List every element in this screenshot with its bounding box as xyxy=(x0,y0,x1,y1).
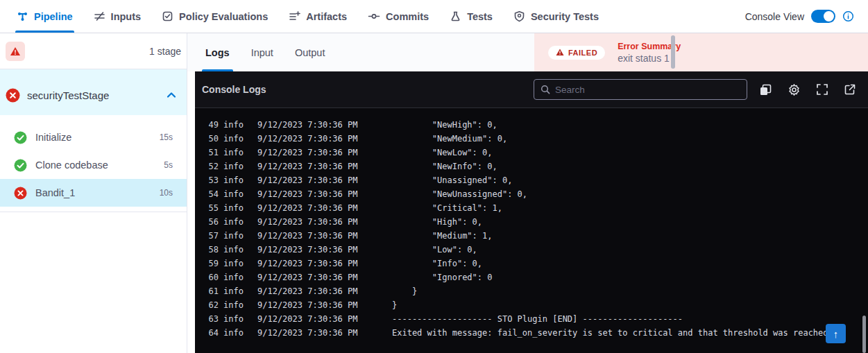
copy-icon[interactable] xyxy=(759,83,772,96)
artifacts-list-icon xyxy=(289,10,300,22)
step-duration: 15s xyxy=(160,132,173,142)
nav-tabs: Pipeline Inputs Policy Evaluations Artif… xyxy=(17,0,599,33)
log-timestamp: 9/12/2023 7:30:36 PM xyxy=(257,189,392,203)
log-line: 53 info 9/12/2023 7:30:36 PM "Unassigned… xyxy=(201,175,868,189)
tab-input[interactable]: Input xyxy=(251,33,273,71)
log-timestamp: 9/12/2023 7:30:36 PM xyxy=(257,162,392,175)
log-level: info xyxy=(223,148,244,162)
failed-status-badge: FAILED xyxy=(548,46,605,60)
log-search-box[interactable] xyxy=(534,79,747,100)
log-timestamp: 9/12/2023 7:30:36 PM xyxy=(257,245,392,259)
log-line-number: 63 xyxy=(201,314,219,328)
log-message: "NewLow": 0, xyxy=(392,148,493,162)
success-circle-icon xyxy=(14,131,27,144)
log-line: 59 info 9/12/2023 7:30:36 PM "Info": 0, xyxy=(201,259,868,273)
stage-count-label: 1 stage xyxy=(149,46,181,57)
log-timestamp: 9/12/2023 7:30:36 PM xyxy=(257,314,392,328)
step-row-initialize[interactable]: Initialize 15s xyxy=(0,123,187,151)
log-message: } xyxy=(392,286,417,300)
log-message: } xyxy=(392,300,397,314)
stage-name: securityTestStage xyxy=(27,89,109,101)
step-row-clone-codebase[interactable]: Clone codebase 5s xyxy=(0,151,187,179)
log-line: 60 info 9/12/2023 7:30:36 PM "Ignored": … xyxy=(201,273,868,286)
log-timestamp: 9/12/2023 7:30:36 PM xyxy=(257,286,392,300)
log-level: info xyxy=(223,203,244,217)
nav-tab-label: Policy Evaluations xyxy=(179,11,268,22)
console-header: Console Logs xyxy=(195,71,868,108)
step-name: Clone codebase xyxy=(35,160,108,171)
nav-tab-pipeline[interactable]: Pipeline xyxy=(17,0,73,33)
step-row-bandit-1[interactable]: Bandit_1 10s xyxy=(0,179,187,207)
detail-tabstrip: Logs Input Output FAILED Error Summary e… xyxy=(187,33,868,71)
log-timestamp: 9/12/2023 7:30:36 PM xyxy=(257,231,392,245)
log-line-number: 59 xyxy=(201,259,219,273)
log-line-number: 50 xyxy=(201,134,219,148)
console-scrollbar[interactable] xyxy=(862,316,866,353)
search-icon xyxy=(541,85,550,94)
warning-triangle-icon xyxy=(556,49,564,56)
log-level: info xyxy=(223,273,244,286)
log-message: -------------------- STO Plugin [END] --… xyxy=(392,314,683,328)
nav-tab-commits[interactable]: Commits xyxy=(368,0,429,33)
tab-logs[interactable]: Logs xyxy=(205,33,230,71)
log-message: "NewUnassigned": 0, xyxy=(392,189,527,203)
sidebar-summary-row: 1 stage xyxy=(0,33,187,69)
log-level: info xyxy=(223,189,244,203)
log-message: "NewMedium": 0, xyxy=(392,134,507,148)
log-level: info xyxy=(223,259,244,273)
success-circle-icon xyxy=(14,159,27,172)
log-timestamp: 9/12/2023 7:30:36 PM xyxy=(257,328,392,342)
toggle-knob xyxy=(824,11,834,21)
log-line: 49 info 9/12/2023 7:30:36 PM "NewHigh": … xyxy=(201,120,868,134)
log-message: "Unassigned": 0, xyxy=(392,175,512,189)
nav-tab-security-tests[interactable]: Security Tests xyxy=(513,0,599,33)
log-timestamp: 9/12/2023 7:30:36 PM xyxy=(257,300,392,314)
log-timestamp: 9/12/2023 7:30:36 PM xyxy=(257,259,392,273)
log-line: 55 info 9/12/2023 7:30:36 PM "Critical":… xyxy=(201,203,868,217)
log-line-number: 57 xyxy=(201,231,219,245)
log-message: "High": 0, xyxy=(392,217,482,231)
log-line: 54 info 9/12/2023 7:30:36 PM "NewUnassig… xyxy=(201,189,868,203)
log-level: info xyxy=(223,134,244,148)
log-line-number: 58 xyxy=(201,245,219,259)
console-view-label: Console View xyxy=(745,11,804,22)
log-line: 64 info 9/12/2023 7:30:36 PM Exited with… xyxy=(201,328,868,342)
info-icon[interactable] xyxy=(842,10,854,22)
nav-tab-tests[interactable]: Tests xyxy=(450,0,493,33)
nav-tab-artifacts[interactable]: Artifacts xyxy=(289,0,347,33)
log-level: info xyxy=(223,328,244,342)
tab-label: Output xyxy=(295,47,325,58)
flask-icon xyxy=(450,10,461,22)
pipeline-icon xyxy=(17,10,28,22)
log-line: 51 info 9/12/2023 7:30:36 PM "NewLow": 0… xyxy=(201,148,868,162)
log-line-number: 62 xyxy=(201,300,219,314)
step-name: Bandit_1 xyxy=(35,187,75,198)
log-line: 56 info 9/12/2023 7:30:36 PM "High": 0, xyxy=(201,217,868,231)
settings-gear-icon[interactable] xyxy=(788,83,801,96)
inputs-icon xyxy=(94,10,105,22)
nav-tab-policy-evaluations[interactable]: Policy Evaluations xyxy=(162,0,268,33)
log-timestamp: 9/12/2023 7:30:36 PM xyxy=(257,217,392,231)
log-timestamp: 9/12/2023 7:30:36 PM xyxy=(257,148,392,162)
log-area: 49 info 9/12/2023 7:30:36 PM "NewHigh": … xyxy=(195,108,868,342)
search-input[interactable] xyxy=(555,85,740,95)
open-in-new-icon[interactable] xyxy=(844,83,856,96)
fullscreen-icon[interactable] xyxy=(816,83,828,96)
console-view-toggle[interactable] xyxy=(811,10,835,23)
log-timestamp: 9/12/2023 7:30:36 PM xyxy=(257,134,392,148)
log-message: "Critical": 1, xyxy=(392,203,502,217)
failed-badge-label: FAILED xyxy=(568,49,597,57)
tab-output[interactable]: Output xyxy=(295,33,325,71)
stage-header-security-test-stage[interactable]: securityTestStage xyxy=(0,69,187,115)
chevron-up-icon[interactable] xyxy=(166,90,177,100)
nav-tab-inputs[interactable]: Inputs xyxy=(94,0,142,33)
log-line: 58 info 9/12/2023 7:30:36 PM "Low": 0, xyxy=(201,245,868,259)
log-line: 50 info 9/12/2023 7:30:36 PM "NewMedium"… xyxy=(201,134,868,148)
log-message: "NewInfo": 0, xyxy=(392,162,497,175)
scroll-to-top-button[interactable]: ↑ xyxy=(826,324,846,343)
log-message: "Low": 0, xyxy=(392,245,477,259)
step-name: Initialize xyxy=(35,132,71,143)
log-level: info xyxy=(223,286,244,300)
log-message: "Ignored": 0 xyxy=(392,273,493,286)
error-panel-scrollbar[interactable] xyxy=(671,35,675,69)
